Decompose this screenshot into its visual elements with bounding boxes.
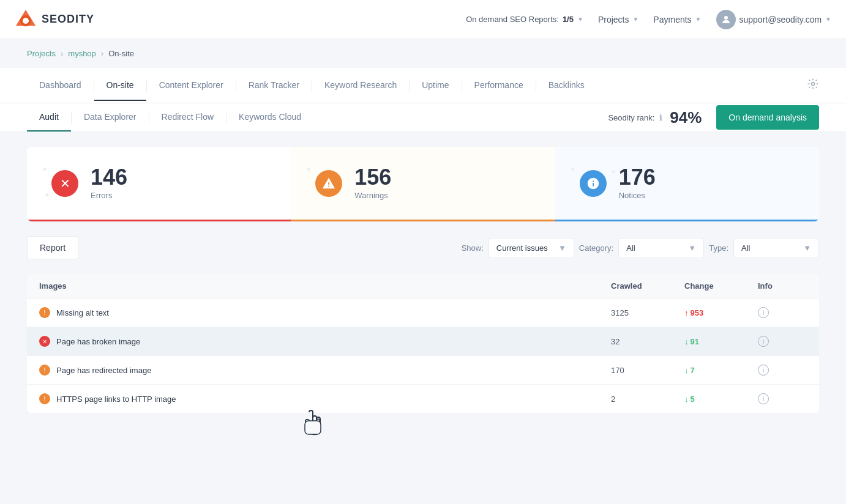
- user-menu[interactable]: support@seodity.com ▼: [716, 10, 831, 29]
- on-demand-analysis-button[interactable]: On demand analysis: [716, 105, 819, 130]
- row-text: Page has broken image: [56, 337, 140, 346]
- sec-tab-keywords-cloud[interactable]: Keywords Cloud: [226, 103, 313, 132]
- show-label: Show:: [462, 243, 484, 253]
- chevron-down-icon: ▼: [803, 243, 811, 253]
- show-select[interactable]: Current issues ▼: [489, 238, 574, 258]
- info-button[interactable]: i: [758, 307, 807, 318]
- info-button[interactable]: i: [758, 365, 807, 376]
- settings-icon[interactable]: [807, 68, 819, 103]
- warning-row-icon: !: [39, 393, 50, 404]
- svg-rect-5: [305, 421, 321, 428]
- sec-tab-redirect-flow[interactable]: Redirect Flow: [149, 103, 226, 132]
- error-icon: ✕: [51, 170, 78, 197]
- row-label: ✕ Page has broken image: [39, 336, 611, 347]
- tab-content-explorer[interactable]: Content Explorer: [147, 70, 236, 101]
- warnings-count: 156: [354, 166, 391, 188]
- deco-icon: ✦: [44, 191, 50, 199]
- change-value: 91: [691, 337, 699, 346]
- warning-row-icon: !: [39, 307, 50, 318]
- tab-uptime[interactable]: Uptime: [410, 70, 461, 101]
- breadcrumb-sep1: ›: [61, 49, 63, 58]
- deco-icon: ✦: [305, 165, 312, 174]
- tab-keyword-research[interactable]: Keyword Research: [312, 70, 409, 101]
- payments-menu[interactable]: Payments ▼: [653, 15, 701, 24]
- main-content: ✦ ✦ ✕ 146 Errors ✦ 156 Warnings: [0, 132, 846, 428]
- breadcrumb-current: On-site: [108, 49, 134, 58]
- header-right: On demand SEO Reports: 1/5 ▼ Projects ▼ …: [466, 10, 831, 29]
- report-button[interactable]: Report: [27, 236, 78, 259]
- info-button[interactable]: i: [758, 336, 807, 347]
- tab-rank-tracker[interactable]: Rank Tracker: [236, 70, 312, 101]
- row-crawled: 170: [611, 366, 684, 375]
- tab-dashboard[interactable]: Dashboard: [27, 70, 94, 101]
- breadcrumb-myshop[interactable]: myshop: [68, 49, 96, 58]
- errors-label: Errors: [91, 191, 127, 200]
- tab-on-site[interactable]: On-site: [94, 70, 146, 101]
- sec-tab-data-explorer[interactable]: Data Explorer: [72, 103, 149, 132]
- col-images: Images: [39, 281, 611, 291]
- chevron-down-icon: ▼: [825, 16, 831, 23]
- deco-icon: ✦: [42, 165, 48, 174]
- avatar: [716, 10, 736, 29]
- sec-tab-audit[interactable]: Audit: [27, 103, 71, 132]
- logo-text: SEODITY: [42, 13, 94, 26]
- info-circle-icon: i: [758, 393, 769, 404]
- category-value: All: [626, 243, 635, 253]
- table-row[interactable]: ! Page has redirected image 170 ↓ 7 i: [27, 356, 819, 385]
- change-value: 953: [691, 308, 704, 317]
- stat-card-notices[interactable]: ✦ ✦ 176 Notices: [555, 147, 819, 221]
- col-info: Info: [758, 281, 807, 291]
- projects-menu[interactable]: Projects ▼: [598, 15, 638, 24]
- row-text: Page has redirected image: [56, 366, 151, 375]
- table-row[interactable]: ! HTTPS page links to HTTP image 2 ↓ 5 i: [27, 385, 819, 413]
- stat-card-warnings[interactable]: ✦ 156 Warnings: [291, 147, 555, 221]
- type-select[interactable]: All ▼: [733, 238, 819, 258]
- logo-icon: [15, 9, 37, 31]
- row-change: ↓ 5: [684, 395, 758, 404]
- notices-label: Notices: [619, 191, 656, 200]
- errors-icon-wrap: ✦ ✦ ✕: [51, 170, 78, 197]
- breadcrumb-projects[interactable]: Projects: [27, 49, 56, 58]
- info-icon[interactable]: ℹ: [659, 113, 662, 122]
- row-text: Missing alt text: [56, 308, 109, 317]
- info-circle-icon: i: [758, 336, 769, 347]
- projects-label: Projects: [598, 15, 629, 24]
- col-crawled: Crawled: [611, 281, 684, 291]
- down-arrow-icon: ↓: [684, 395, 689, 404]
- notice-icon: [580, 170, 607, 197]
- row-crawled: 3125: [611, 308, 684, 317]
- secondary-tabs: Audit Data Explorer Redirect Flow Keywor…: [0, 103, 846, 132]
- deco-icon: ✦: [610, 168, 616, 176]
- category-select[interactable]: All ▼: [618, 238, 704, 258]
- stat-cards: ✦ ✦ ✕ 146 Errors ✦ 156 Warnings: [27, 147, 819, 221]
- chevron-down-icon: ▼: [695, 16, 702, 23]
- warnings-info: 156 Warnings: [354, 166, 391, 200]
- row-change: ↓ 7: [684, 366, 758, 375]
- errors-count: 146: [91, 166, 127, 188]
- row-change: ↓ 91: [684, 337, 758, 346]
- main-tabs: Dashboard On-site Content Explorer Rank …: [0, 68, 846, 103]
- seo-reports-menu[interactable]: On demand SEO Reports: 1/5 ▼: [466, 15, 583, 24]
- notices-info: 176 Notices: [619, 166, 656, 200]
- tab-backlinks[interactable]: Backlinks: [536, 70, 597, 101]
- seo-reports-label: On demand SEO Reports:: [466, 15, 559, 24]
- tab-performance[interactable]: Performance: [462, 70, 536, 101]
- down-arrow-icon: ↓: [684, 337, 689, 346]
- type-value: All: [741, 243, 750, 253]
- warning-row-icon: !: [39, 365, 50, 376]
- row-crawled: 32: [611, 337, 684, 346]
- table-row[interactable]: ✕ Page has broken image 32 ↓ 91 i: [27, 327, 819, 356]
- warnings-icon-wrap: ✦: [315, 170, 342, 197]
- category-label: Category:: [579, 243, 613, 253]
- info-button[interactable]: i: [758, 393, 807, 404]
- stat-card-errors[interactable]: ✦ ✦ ✕ 146 Errors: [27, 147, 291, 221]
- notices-icon-wrap: ✦ ✦: [580, 170, 607, 197]
- chevron-down-icon: ▼: [558, 243, 566, 253]
- warnings-label: Warnings: [354, 191, 391, 200]
- table-row[interactable]: ! Missing alt text 3125 ↑ 953 i: [27, 298, 819, 327]
- breadcrumb: Projects › myshop › On-site: [0, 39, 846, 68]
- change-value: 5: [691, 395, 695, 404]
- seodity-rank-value: 94%: [670, 108, 702, 127]
- header: SEODITY On demand SEO Reports: 1/5 ▼ Pro…: [0, 0, 846, 39]
- seodity-rank-label: Seodity rank:: [608, 113, 654, 122]
